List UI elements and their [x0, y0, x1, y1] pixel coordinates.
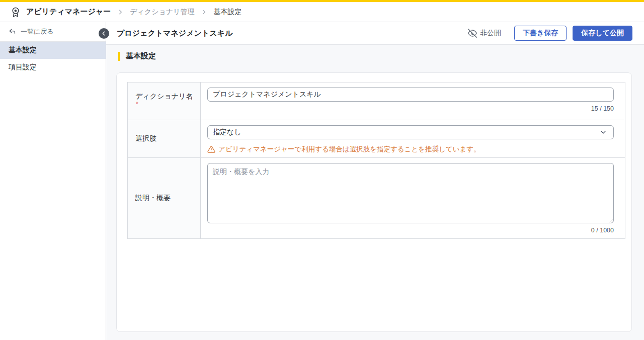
breadcrumb-basic-settings: 基本設定: [213, 8, 242, 17]
app-title: アビリティマネージャー: [26, 7, 111, 17]
chevron-left-icon: [101, 30, 107, 37]
choices-select[interactable]: 指定なし: [207, 125, 614, 139]
main-area: プロジェクトマネジメントスキル 非公開 下書き保存 保存して公開: [106, 22, 644, 340]
sidebar-item-label: 項目設定: [9, 63, 37, 72]
status-label: 非公開: [480, 29, 501, 38]
chevron-right-icon: [117, 9, 124, 16]
section-accent-bar: [118, 52, 120, 61]
dictionary-name-row: ディクショナリ名* 15 / 150: [128, 82, 625, 120]
description-textarea[interactable]: [207, 163, 614, 223]
description-label: 説明・概要: [128, 158, 201, 238]
choices-warning-text: アビリティマネージャーで利用する場合は選択肢を指定することを推奨しています。: [218, 145, 480, 154]
choices-row: 選択肢 指定なし: [128, 120, 625, 158]
description-counter: 0 / 1000: [207, 227, 614, 234]
dictionary-name-label: ディクショナリ名*: [128, 82, 201, 120]
section-title: 基本設定: [118, 51, 632, 61]
sidebar-item-basic-settings[interactable]: 基本設定: [0, 42, 106, 59]
form-card: ディクショナリ名* 15 / 150 選択肢 指定なし: [116, 72, 632, 332]
choices-warning: アビリティマネージャーで利用する場合は選択肢を指定することを推奨しています。: [207, 145, 614, 154]
warning-triangle-icon: [207, 145, 215, 153]
award-icon: [10, 7, 21, 18]
save-draft-button[interactable]: 下書き保存: [514, 26, 567, 41]
save-and-publish-button[interactable]: 保存して公開: [573, 26, 632, 41]
back-to-list-button[interactable]: 一覧に戻る: [0, 22, 106, 42]
chevron-right-icon: [200, 9, 207, 16]
breadcrumb-dictionary-management[interactable]: ディクショナリ管理: [130, 8, 194, 17]
sidebar-collapse-button[interactable]: [99, 28, 109, 39]
status-badge: 非公開: [468, 29, 501, 38]
topbar: アビリティマネージャー ディクショナリ管理 基本設定: [0, 0, 644, 22]
choices-selected-option: 指定なし: [213, 128, 242, 137]
back-to-list-label: 一覧に戻る: [21, 27, 54, 36]
chevron-down-icon: [599, 128, 607, 136]
content-area: 基本設定 ディクショナリ名* 15 / 150: [106, 45, 644, 340]
sidebar: 一覧に戻る 基本設定 項目設定: [0, 22, 106, 340]
eye-off-icon: [468, 29, 477, 38]
page-header: プロジェクトマネジメントスキル 非公開 下書き保存 保存して公開: [106, 22, 644, 45]
dictionary-name-input[interactable]: [207, 88, 614, 102]
choices-label: 選択肢: [128, 120, 201, 157]
dictionary-name-counter: 15 / 150: [207, 105, 614, 112]
settings-form: ディクショナリ名* 15 / 150 選択肢 指定なし: [127, 82, 625, 239]
page-title: プロジェクトマネジメントスキル: [117, 29, 232, 38]
required-asterisk: *: [136, 101, 138, 108]
sidebar-item-label: 基本設定: [9, 46, 37, 55]
sidebar-item-field-settings[interactable]: 項目設定: [0, 59, 106, 76]
undo-arrow-icon: [9, 28, 16, 36]
description-row: 説明・概要 0 / 1000: [128, 158, 625, 238]
